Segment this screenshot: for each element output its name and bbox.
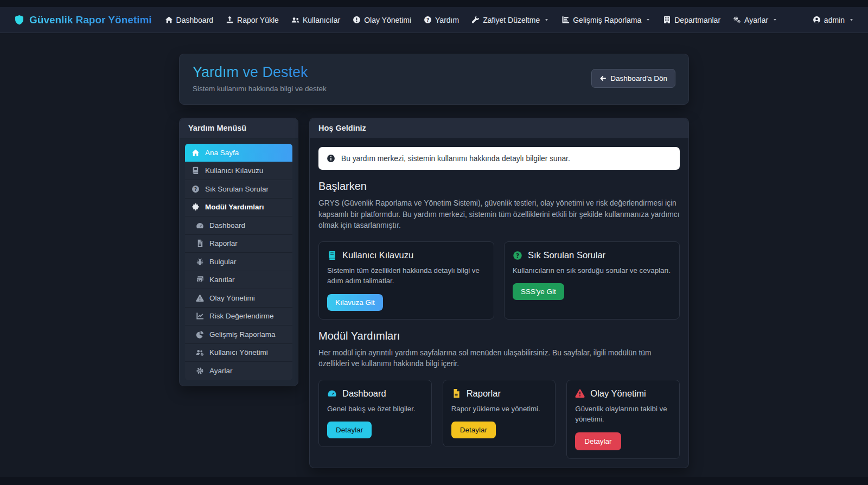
help-menu-item-olay-yonetimi[interactable]: Olay Yönetimi (185, 289, 292, 308)
sidebar-title: Yardım Menüsü (180, 118, 298, 138)
info-circle-icon (327, 154, 335, 163)
exclamation-triangle-icon (575, 388, 585, 398)
help-menu-item-label: Modül Yardımları (205, 203, 264, 211)
help-menu-item-label: Kullanıcı Kılavuzu (205, 167, 263, 175)
help-sidebar: Yardım Menüsü Ana SayfaKullanıcı Kılavuz… (179, 118, 298, 386)
card-title: Dashboard (342, 388, 386, 399)
getting-started-text: GRYS (Güvenlik Raporlama ve Yönetim Sist… (318, 198, 680, 232)
info-alert-text: Bu yardım merkezi, sistemin kullanımı ha… (341, 155, 570, 163)
users-icon (291, 16, 299, 24)
puzzle-icon (192, 203, 200, 211)
card-title: Sık Sorulan Sorular (528, 250, 605, 260)
help-menu-item-gelismis-raporlama[interactable]: Gelişmiş Raporlama (185, 326, 292, 344)
book-icon (327, 251, 337, 260)
help-menu-item-modul-yardimlari[interactable]: Modül Yardımları (185, 199, 292, 217)
nav-item-label: Departmanlar (674, 16, 720, 24)
page-title: Yardım ve Destek (193, 64, 327, 81)
nav-item-dashboard[interactable]: Dashboard (165, 16, 214, 24)
back-to-dashboard-button[interactable]: Dashboard'a Dön (591, 69, 675, 88)
nav-item-kullanicilar[interactable]: Kullanıcılar (291, 16, 340, 24)
page-header: Yardım ve Destek Sistem kullanımı hakkın… (179, 54, 689, 105)
nav-item-yardim[interactable]: ?Yardım (424, 16, 459, 24)
exclamation-circle-icon (353, 16, 361, 24)
card-text: Rapor yükleme ve yönetimi. (451, 404, 547, 414)
exclamation-triangle-icon (196, 294, 204, 302)
nav-item-label: Olay Yönetimi (364, 16, 411, 24)
page-header-text: Yardım ve Destek Sistem kullanımı hakkın… (193, 64, 327, 93)
nav-item-label: Dashboard (176, 16, 214, 24)
caret-down-icon (544, 17, 549, 22)
nav-item-ayarlar[interactable]: Ayarlar (733, 16, 777, 24)
bottom-band (0, 477, 868, 485)
nav-item-gelismis-raporlama[interactable]: Gelişmiş Raporlama (561, 16, 650, 24)
help-menu-item-label: Ayarlar (209, 367, 233, 375)
question-circle-icon: ? (424, 16, 432, 24)
page-subtitle: Sistem kullanımı hakkında bilgi ve deste… (193, 85, 327, 93)
quick-card-kullanici-kilavuzu: Kullanıcı KılavuzuSistemin tüm özellikle… (318, 241, 494, 320)
svg-text:?: ? (516, 252, 519, 259)
bug-icon (196, 258, 204, 266)
sss-ye-git-button[interactable]: SSS'ye Git (513, 283, 564, 300)
tachometer-icon (196, 221, 204, 229)
nav-item-olay-yonetimi[interactable]: Olay Yönetimi (353, 16, 411, 24)
module-card-dashboard: DashboardGenel bakış ve özet bilgiler.De… (318, 380, 432, 447)
caret-down-icon (646, 17, 650, 22)
nav-item-zafiyet-duzeltme[interactable]: Zafiyet Düzeltme (471, 16, 549, 24)
brand-link[interactable]: Güvenlik Rapor Yönetimi (14, 14, 152, 26)
help-menu-item-sik-sorulan-sorular[interactable]: ?Sık Sorulan Sorular (185, 180, 292, 199)
help-menu-item-kullanici-kilavuzu[interactable]: Kullanıcı Kılavuzu (185, 162, 292, 181)
nav-item-label: Kullanıcılar (303, 16, 340, 24)
arrow-left-icon (599, 75, 607, 82)
info-alert: Bu yardım merkezi, sistemin kullanımı ha… (318, 147, 680, 170)
welcome-card-title: Hoş Geldiniz (310, 118, 688, 138)
module-card-olay-yonetimi: Olay YönetimiGüvenlik olaylarının takibi… (566, 380, 680, 459)
help-menu-item-kullanici-yonetimi[interactable]: Kullanıcı Yönetimi (185, 344, 292, 362)
nav-item-rapor-yukle[interactable]: Rapor Yükle (226, 16, 279, 24)
file-icon (196, 239, 204, 247)
caret-down-icon (773, 17, 777, 22)
nav-item-label: Gelişmiş Raporlama (573, 16, 641, 24)
card-title-row: Olay Yönetimi (575, 388, 671, 399)
back-button-label: Dashboard'a Dön (610, 74, 667, 82)
help-menu-item-raporlar[interactable]: Raporlar (185, 235, 292, 253)
nav-item-departmanlar[interactable]: Departmanlar (663, 16, 720, 24)
card-title-row: Kullanıcı Kılavuzu (327, 250, 486, 260)
help-menu-item-label: Dashboard (209, 221, 245, 229)
card-title-row: ?Sık Sorulan Sorular (513, 250, 671, 260)
home-icon (192, 149, 200, 157)
card-title: Kullanıcı Kılavuzu (342, 250, 413, 260)
nav-item-label: Zafiyet Düzeltme (483, 16, 540, 24)
help-menu-item-ayarlar[interactable]: Ayarlar (185, 362, 292, 380)
card-title-row: Raporlar (451, 388, 547, 399)
dashboard-detaylar-button[interactable]: Detaylar (327, 422, 372, 438)
card-title: Olay Yönetimi (590, 388, 646, 399)
help-menu-item-label: Risk Değerlendirme (209, 312, 274, 320)
file-icon (451, 388, 461, 398)
users-cog-icon (196, 348, 204, 356)
kilavuza-git-button[interactable]: Kılavuza Git (327, 294, 383, 311)
raporlar-detaylar-button[interactable]: Detaylar (451, 422, 496, 438)
sidebar-body: Ana SayfaKullanıcı Kılavuzu?Sık Sorulan … (180, 138, 298, 386)
help-menu-item-ana-sayfa[interactable]: Ana Sayfa (185, 144, 292, 162)
chart-pie-icon (196, 330, 204, 339)
module-cards: DashboardGenel bakış ve özet bilgiler.De… (318, 380, 680, 459)
cogs-icon (733, 16, 741, 24)
question-circle-icon: ? (513, 251, 522, 260)
page-container: Yardım ve Destek Sistem kullanımı hakkın… (179, 54, 689, 468)
help-menu-item-risk-degerlendirme[interactable]: Risk Değerlendirme (185, 308, 292, 326)
olay-yonetimi-detaylar-button[interactable]: Detaylar (575, 432, 621, 450)
quick-cards: Kullanıcı KılavuzuSistemin tüm özellikle… (318, 241, 680, 320)
card-text: Genel bakış ve özet bilgiler. (327, 404, 423, 414)
caret-down-icon (849, 17, 854, 22)
module-help-heading: Modül Yardımları (318, 330, 680, 342)
help-menu-item-dashboard[interactable]: Dashboard (185, 216, 292, 235)
help-menu-item-bulgular[interactable]: Bulgular (185, 253, 292, 271)
help-menu-item-kanitlar[interactable]: Kanıtlar (185, 271, 292, 290)
help-menu-item-label: Olay Yönetimi (209, 294, 255, 302)
navbar-user-menu[interactable]: admin (813, 16, 854, 24)
brand-title: Güvenlik Rapor Yönetimi (29, 14, 152, 26)
home-icon (165, 16, 173, 24)
upload-icon (226, 16, 234, 24)
book-icon (192, 167, 200, 175)
nav-item-label: Rapor Yükle (237, 16, 279, 24)
